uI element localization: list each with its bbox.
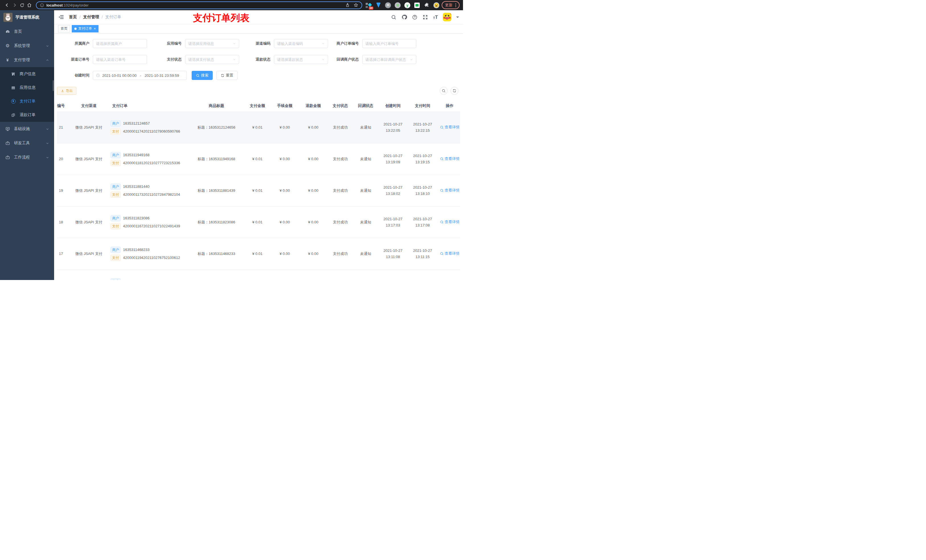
avatar-caret-icon[interactable] [456,17,459,20]
site-info-icon[interactable] [40,3,44,8]
filter-row-1: 所属商户 应用编号 渠道编码 商户订单编号 [57,39,460,48]
share-icon[interactable] [345,3,350,8]
pay-status-input[interactable] [188,57,231,62]
refund-status-input[interactable] [277,57,320,62]
bookmark-star-icon[interactable] [354,3,358,8]
channel-code-input[interactable] [277,42,320,46]
fee-amount: ¥ 0.00 [271,206,299,238]
pay-badge: 支付 [110,160,121,166]
pay-channel [69,269,109,280]
col-action: 操作 [437,100,460,112]
sidebar-item-label: 首页 [14,29,49,34]
sidebar-item-home[interactable]: 首页 [0,24,54,39]
pay-order-line: 支付 4200001174202110278060590766 [110,128,187,134]
app-select[interactable] [185,39,239,48]
merchant-order-line: 商户 1635312124657 [110,120,187,127]
notify-status: 未通知 [353,143,378,175]
pay-order-line: 支付 4200001173202110272847982104 [110,192,187,198]
pay-amount: ¥ 0.01 [244,206,271,238]
pay-time-cell [408,269,437,280]
refund-status-select[interactable] [274,55,328,64]
reset-button[interactable]: 重置 [216,71,238,80]
pay-order-cell: 商户 1635311881440 支付 42000011732021102728… [109,175,189,206]
notify-status-select[interactable] [362,55,416,64]
channel-order-no-input[interactable] [96,57,144,62]
merchant-input[interactable] [96,42,144,46]
fullscreen-icon[interactable] [422,14,428,20]
breadcrumb-current: 支付订单 [105,15,121,20]
view-detail-link[interactable]: 查看详情 [440,188,460,193]
search-icon [440,252,443,255]
view-detail-link[interactable]: 查看详情 [440,219,460,225]
pay-order-cell: 商户 1635311251796 支付 [109,269,189,280]
table-search-button[interactable] [440,87,448,95]
sidebar-item-system[interactable]: ⚙ 系统管理 [0,39,54,53]
merchant-badge: 商户 [110,215,121,221]
chevron-down-icon [410,58,413,61]
product-title: 标题：1635311949168 [189,143,244,175]
github-icon[interactable] [401,14,407,20]
export-button[interactable]: 导出 [57,87,76,95]
order-id: 17 [57,238,69,269]
extension-command-icon[interactable]: ⌘ [385,2,391,8]
pay-status: 支付成功 [327,112,353,143]
sidebar-toggle-icon[interactable] [58,14,64,20]
create-date: 2021-10-27 [380,153,406,159]
app-select-input[interactable] [188,42,231,46]
sidebar-item-refund-order[interactable]: 退款订单 [0,108,54,122]
sidebar-logo-row: 芋道管理系统 [0,10,54,24]
extension-y-icon[interactable]: y [404,2,410,8]
browser-menu-icon[interactable] [455,3,456,7]
pay-order-no: 4200001181202110277723215336 [123,161,180,165]
search-icon [440,125,443,129]
sidebar-item-workflow[interactable]: 工作流程 [0,150,54,165]
sidebar-item-dev-tools[interactable]: 研发工具 [0,136,54,150]
font-size-icon[interactable]: TT [433,15,438,20]
refund-amount: ¥ 0.00 [299,175,327,206]
tab-home[interactable]: 首页 [58,25,70,32]
home-icon[interactable] [26,2,33,9]
sidebar-item-infra[interactable]: 基础设施 [0,122,54,136]
view-detail-link[interactable]: 查看详情 [440,125,460,130]
extension-proxy-icon[interactable]: 10 [366,2,372,8]
table-refresh-button[interactable] [451,87,458,95]
view-detail-link[interactable]: 查看详情 [440,251,460,256]
pay-order-cell: 商户 1635311949168 支付 42000011812021102777… [109,143,189,175]
sidebar-item-pay[interactable]: ¥ 支付管理 [0,53,54,67]
notify-status-input[interactable] [365,57,408,62]
search-icon[interactable] [391,14,396,20]
extension-gem-icon[interactable] [375,2,381,8]
pay-amount: ¥ 0.01 [244,112,271,143]
pay-date: 2021-10-27 [410,216,436,222]
search-button[interactable]: 搜索 [192,71,213,80]
help-icon[interactable] [412,14,418,20]
merchant-badge: 商户 [110,278,121,280]
extension-recorder-icon[interactable] [395,2,401,8]
channel-code-select[interactable] [274,39,328,48]
back-icon[interactable] [3,2,11,9]
col-title: 商品标题 [189,100,244,112]
browser-update-button[interactable]: 更新 [442,1,460,9]
pay-status-select[interactable] [185,55,239,64]
breadcrumb-home[interactable]: 首页 [69,15,77,20]
extension-chat-icon[interactable] [414,2,420,8]
forward-icon[interactable] [11,2,18,9]
extension-emoji-icon[interactable] [433,2,439,8]
sidebar: 芋道管理系统 首页 ⚙ 系统管理 ¥ 支付管理 [0,10,54,280]
avatar[interactable] [443,13,451,21]
tab-pay-order[interactable]: 支付订单 × [72,25,98,32]
order-id: 21 [57,112,69,143]
reload-icon[interactable] [18,2,26,9]
sidebar-item-pay-order[interactable]: ¥ 支付订单 [0,95,54,108]
toolbox-icon [5,141,10,145]
breadcrumb-pay[interactable]: 支付管理 [83,15,99,20]
url-bar[interactable]: localhost:1024/pay/order [36,2,362,9]
sidebar-item-merchant-info[interactable]: 商户信息 [0,67,54,81]
date-range-input[interactable]: 2021-10-01 00:00:00 - 2021-10-31 23:59:5… [93,71,187,80]
view-detail-link[interactable]: 查看详情 [440,156,460,162]
merchant-order-no-input[interactable] [365,42,413,46]
tab-close-icon[interactable]: × [94,27,96,30]
sidebar-scrollbar[interactable] [53,80,54,91]
sidebar-item-app-info[interactable]: 应用信息 [0,81,54,95]
extension-puzzle-icon[interactable] [424,2,430,8]
